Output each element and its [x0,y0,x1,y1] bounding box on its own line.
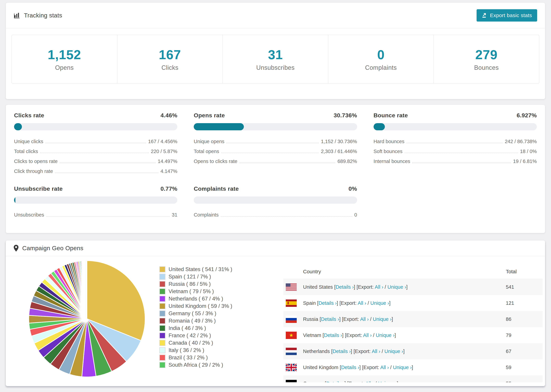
export-all-link[interactable]: All › [360,316,369,322]
export-all-link[interactable]: All › [380,365,389,370]
stat-row: Clicks to opens rate14.497% [14,155,177,165]
total-cell: 121 [506,300,543,306]
export-unique-link[interactable]: Unique › [384,349,403,354]
export-all-link[interactable]: All › [358,300,366,306]
slash: / [369,316,373,322]
bracket: ] [395,332,396,338]
stat-row: Soft bounces18 / 0% [374,145,537,155]
export-unique-link[interactable]: Unique › [378,381,397,382]
legend-item[interactable]: Netherlands ( 67 / 4% ) [159,295,232,302]
country-name: Spain [303,300,317,306]
legend-color-swatch [159,303,165,309]
table-row: Spain [Details ›] [Export: All › / Uniqu… [283,295,543,311]
stat-bounces: 279 Bounces [434,35,539,83]
bracket: ] [345,381,347,382]
legend-item[interactable]: Brazil ( 33 / 2% ) [159,354,232,361]
export-unique-link[interactable]: Unique › [370,300,389,306]
country-cell: Germany [Details ›] [Export: All › / Uni… [303,381,506,382]
pie-slice [87,261,87,319]
unsubscribes-label: Unsubscribes [256,64,295,71]
stat-row: Hard bounces242 / 86.738% [374,135,537,145]
legend-item[interactable]: France ( 42 / 2% ) [159,332,232,339]
details-link[interactable]: Details › [336,284,354,290]
clicks-value: 167 [159,47,181,62]
legend-item[interactable]: South Africa ( 29 / 2% ) [159,361,232,369]
export-basic-stats-button[interactable]: Export basic stats [477,9,537,21]
table-header-row: Country Total [283,264,543,279]
details-link[interactable]: Details › [318,300,337,306]
bracket: ] [354,284,357,290]
stat-row: Total opens2,303 / 61.446% [194,145,357,155]
stat-row: Unique clicks167 / 4.456% [14,135,177,145]
export-unique-link[interactable]: Unique › [376,332,395,338]
country-name: United Kingdom [303,365,340,370]
legend-item[interactable]: United Kingdom ( 59 / 3% ) [159,302,232,310]
slash: / [389,365,393,370]
legend-label: France ( 42 / 2% ) [169,332,211,339]
bounce-rate-value: 6.927% [517,112,537,119]
total-column-header: Total [506,269,543,274]
export-all-link[interactable]: All › [375,284,383,290]
bounces-value: 279 [475,47,498,62]
stat-row: Click through rate4.147% [14,165,177,175]
details-link[interactable]: Details › [341,365,359,370]
slash: / [374,381,378,382]
bounce-rate-title: Bounce rate [374,112,408,119]
legend-label: Germany ( 55 / 3% ) [169,310,216,317]
country-cell: Russia [Details ›] [Export: All › / Uniq… [303,316,506,322]
legend-label: United States ( 541 / 31% ) [169,266,232,273]
details-link[interactable]: Details › [326,381,344,382]
stat-complaints: 0 Complaints [328,35,434,83]
tracking-stats-card: Tracking stats Export basic stats 1,152 … [6,3,545,99]
map-pin-icon [14,245,19,252]
export-all-link[interactable]: All › [372,349,380,354]
flag-de-icon [286,380,297,382]
country-cell: United Kingdom [Details ›] [Export: All … [303,365,506,370]
export-all-link[interactable]: All › [365,381,374,382]
legend-label: Brazil ( 33 / 2% ) [169,355,208,361]
bracket: ] [391,316,393,322]
unsubscribe-rate-block: Unsubscribe rate0.77% Unsubscribes31 [14,185,177,219]
country-name: Vietnam [303,332,323,338]
export-unique-link[interactable]: Unique › [373,316,392,322]
legend-item[interactable]: United States ( 541 / 31% ) [159,266,232,273]
legend-item[interactable]: Vietnam ( 79 / 5% ) [159,288,232,295]
flag-us-icon [286,283,297,291]
details-link[interactable]: Details › [324,332,342,338]
details-link[interactable]: Details › [321,316,339,322]
bracket: ] [397,381,398,382]
export-label: [Export: [339,300,358,306]
export-unique-link[interactable]: Unique › [387,284,406,290]
bar-chart-icon [14,12,20,19]
legend-color-swatch [159,332,165,339]
details-link[interactable]: Details › [333,349,351,354]
legend-item[interactable]: India ( 46 / 3% ) [159,324,232,332]
legend-label: Romania ( 49 / 3% ) [169,318,216,324]
export-all-link[interactable]: All › [363,332,372,338]
legend-item[interactable]: Germany ( 55 / 3% ) [159,310,232,317]
legend-color-swatch [159,266,165,273]
rates-card: Clicks rate4.46% Unique clicks167 / 4.45… [6,105,545,233]
table-row: Vietnam [Details ›] [Export: All › / Uni… [283,327,543,343]
legend-item[interactable]: Italy ( 36 / 2% ) [159,347,232,354]
slash: / [366,300,370,306]
legend-item[interactable]: Romania ( 49 / 3% ) [159,317,232,324]
total-cell: 55 [506,381,543,382]
bracket: ] [406,284,408,290]
country-cell: Netherlands [Details ›] [Export: All › /… [303,349,506,354]
stat-row: Internal bounces19 / 6.81% [374,155,537,165]
export-icon [482,13,487,18]
country-name: Germany [303,381,325,382]
complaints-rate-block: Complaints rate0% Complaints0 [194,185,357,219]
legend-item[interactable]: Russia ( 86 / 5% ) [159,280,232,288]
export-unique-link[interactable]: Unique › [393,365,412,370]
export-button-label: Export basic stats [490,13,532,18]
legend-item[interactable]: Spain ( 121 / 7% ) [159,273,232,280]
opens-rate-bar [194,123,357,130]
table-row: Russia [Details ›] [Export: All › / Uniq… [283,311,543,327]
unsubscribe-rate-title: Unsubscribe rate [14,185,63,192]
legend-item[interactable]: Canada ( 40 / 2% ) [159,339,232,347]
legend-label: Italy ( 36 / 2% ) [169,347,204,353]
country-cell: United States [Details ›] [Export: All ›… [303,284,506,290]
country-cell: Spain [Details ›] [Export: All › / Uniqu… [303,300,506,306]
